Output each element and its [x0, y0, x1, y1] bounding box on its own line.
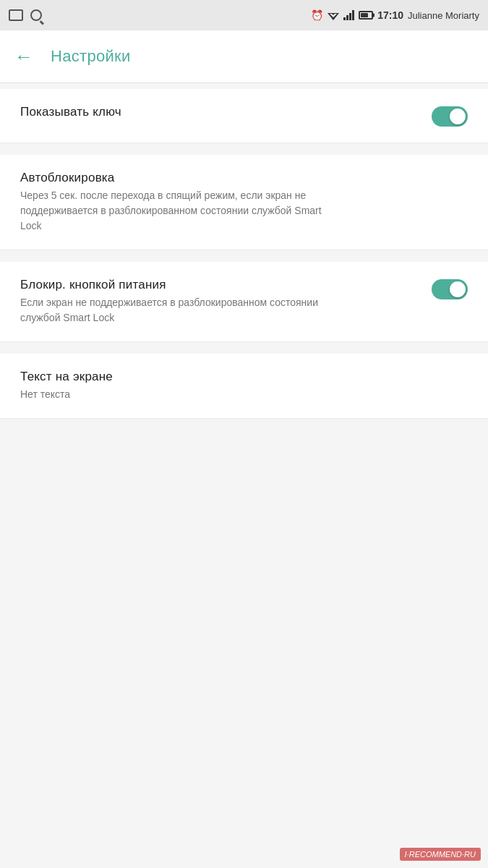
settings-item-text-show-key: Показывать ключ	[20, 105, 432, 122]
settings-subtitle-autoblock: Через 5 сек. после перехода в спящий реж…	[20, 188, 338, 234]
status-bar-right: ⏰ 17:10 Julianne Moriarty	[311, 9, 479, 21]
battery-icon	[359, 11, 373, 20]
toggle-show-key[interactable]	[432, 106, 468, 127]
time-display: 17:10	[377, 9, 403, 21]
settings-content: Показывать ключ Автоблокировка Через 5 с…	[0, 83, 488, 419]
settings-item-autoblock[interactable]: Автоблокировка Через 5 сек. после перехо…	[0, 155, 488, 250]
search-icon[interactable]	[30, 9, 42, 21]
toggle-knob-block-power	[450, 281, 466, 297]
settings-subtitle-screen-text: Нет текста	[20, 387, 338, 402]
settings-title-show-key: Показывать ключ	[20, 105, 420, 119]
watermark: I·RECOMMEND·RU	[400, 848, 481, 861]
settings-title-block-power: Блокир. кнопкой питания	[20, 278, 420, 292]
wifi-icon	[328, 10, 339, 20]
signal-icon	[343, 10, 354, 20]
back-button[interactable]: ←	[14, 46, 33, 68]
page-title: Настройки	[51, 47, 131, 66]
user-name: Julianne Moriarty	[408, 10, 479, 21]
app-bar: ← Настройки	[0, 30, 488, 82]
settings-subtitle-block-power: Если экран не поддерживается в разблокир…	[20, 295, 338, 326]
alarm-icon: ⏰	[311, 9, 323, 21]
spacer-1	[0, 83, 488, 89]
settings-title-screen-text: Текст на экране	[20, 370, 456, 384]
settings-item-block-power[interactable]: Блокир. кнопкой питания Если экран не по…	[0, 262, 488, 342]
spacer-2	[0, 149, 488, 155]
settings-item-text-block-power: Блокир. кнопкой питания Если экран не по…	[20, 278, 432, 326]
settings-item-show-key[interactable]: Показывать ключ	[0, 89, 488, 143]
settings-item-screen-text[interactable]: Текст на экране Нет текста	[0, 354, 488, 419]
toggle-block-power[interactable]	[432, 279, 468, 299]
settings-item-text-autoblock: Автоблокировка Через 5 сек. после перехо…	[20, 171, 468, 234]
status-bar: ⏰ 17:10 Julianne Moriarty	[0, 0, 488, 30]
image-icon	[9, 9, 23, 21]
settings-item-text-screen-text: Текст на экране Нет текста	[20, 370, 468, 402]
spacer-4	[0, 348, 488, 354]
status-bar-left	[9, 9, 42, 21]
toggle-knob-show-key	[450, 109, 466, 124]
settings-title-autoblock: Автоблокировка	[20, 171, 456, 185]
spacer-3	[0, 256, 488, 262]
